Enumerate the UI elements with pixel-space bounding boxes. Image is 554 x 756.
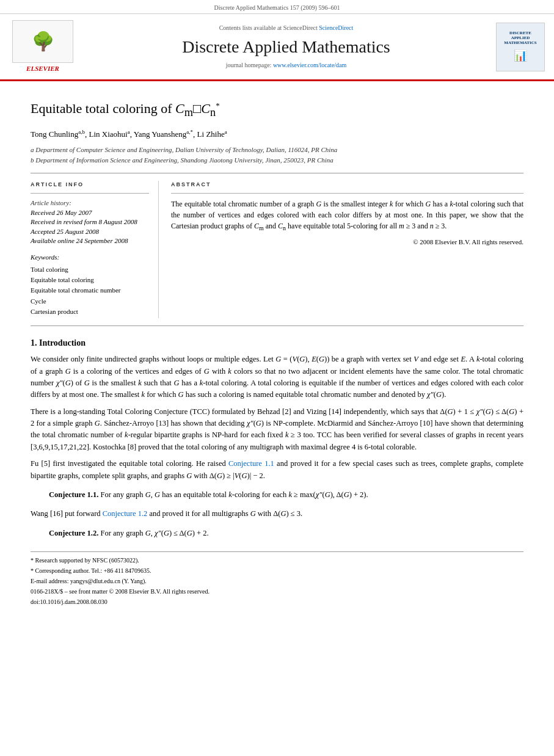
paper-title: Equitable total coloring of Cm□Cn* <box>31 100 523 121</box>
abstract-header: ABSTRACT <box>171 181 523 189</box>
footnote-section: * Research supported by NFSC (60573022).… <box>31 551 523 606</box>
copyright-text: © 2008 Elsevier B.V. All rights reserved… <box>171 237 523 247</box>
conjecture2-link[interactable]: Conjecture 1.2 <box>103 509 148 518</box>
divider-info <box>31 193 149 194</box>
conjecture-1: Conjecture 1.1. For any graph G, G has a… <box>49 489 523 501</box>
revised-date: Received in revised form 8 August 2008 <box>31 217 149 227</box>
footnote-issn: 0166-218X/$ – see front matter © 2008 El… <box>31 587 523 596</box>
conjecture-2: Conjecture 1.2. For any graph G, χ″(G) ≤… <box>49 528 523 539</box>
authors-line: Tong Chunlinga,b, Lin Xiaohuia, Yang Yua… <box>31 128 523 140</box>
introduction-header: 1. Introduction <box>31 337 523 349</box>
history-label: Article history: <box>31 198 149 208</box>
thumb-title: DISCRETE APPLIED MATHEMATICS <box>504 31 536 46</box>
conjecture1-label: Conjecture 1.1. <box>49 490 98 499</box>
online-date: Available online 24 September 2008 <box>31 236 149 245</box>
journal-thumbnail: DISCRETE APPLIED MATHEMATICS 📊 <box>496 23 545 71</box>
journal-title: Discrete Applied Mathematics <box>82 35 490 59</box>
kw-1: Total coloring <box>31 265 149 274</box>
kw-3: Equitable total chromatic number <box>31 286 149 295</box>
elsevier-logo-box: 🌳 <box>12 20 73 63</box>
journal-homepage-label: journal homepage: www.elsevier.com/locat… <box>82 61 490 70</box>
received-date: Received 26 May 2007 <box>31 208 149 217</box>
elsevier-tree-icon: 🌳 <box>32 29 54 54</box>
journal-top-label: Discrete Applied Mathematics 157 (2009) … <box>0 0 554 14</box>
affil-a: a Department of Computer Science and Eng… <box>31 145 523 154</box>
article-info-col: ARTICLE INFO Article history: Received 2… <box>31 181 159 318</box>
article-history: Article history: Received 26 May 2007 Re… <box>31 198 149 245</box>
divider-1 <box>31 173 523 173</box>
thumb-decoration: 📊 <box>514 48 527 64</box>
kw-5: Cartesian product <box>31 307 149 316</box>
article-info-header: ARTICLE INFO <box>31 181 149 189</box>
kw-4: Cycle <box>31 297 149 306</box>
intro-para2: There is a long-standing Total Coloring … <box>31 406 523 454</box>
investigated-word: investigated <box>68 459 104 468</box>
wang-text: Wang [16] put forward Conjecture 1.2 and… <box>31 508 523 520</box>
elsevier-brand-text: ELSEVIER <box>26 64 59 73</box>
keywords-label: Keywords: <box>31 253 149 262</box>
journal-header-center: Contents lists available at ScienceDirec… <box>82 24 490 70</box>
abstract-col: ABSTRACT The equitable total chromatic n… <box>171 181 523 318</box>
divider-abstract <box>171 193 523 194</box>
footnote-star1: * Research supported by NFSC (60573022). <box>31 556 523 565</box>
conjecture2-text: For any graph G, χ″(G) ≤ Δ(G) + 2. <box>100 529 208 537</box>
intro-para3: Fu [5] first investigated the equitable … <box>31 458 523 482</box>
footnote-star2: * Corresponding author. Tel.: +86 411 84… <box>31 566 523 575</box>
intro-para1: We consider only finite undirected graph… <box>31 354 523 401</box>
footnote-email: E-mail address: yangys@dlut.edu.cn (Y. Y… <box>31 576 523 586</box>
main-content: Equitable total coloring of Cm□Cn* Tong … <box>0 81 554 620</box>
journal-homepage-link[interactable]: www.elsevier.com/locate/dam <box>273 62 346 68</box>
abstract-text: The equitable total chromatic number of … <box>171 198 523 247</box>
affiliations: a Department of Computer Science and Eng… <box>31 145 523 165</box>
article-info-abstract: ARTICLE INFO Article history: Received 2… <box>31 181 523 318</box>
keywords-section: Keywords: Total coloring Equitable total… <box>31 253 149 316</box>
accepted-date: Accepted 25 August 2008 <box>31 227 149 236</box>
sciencedirect-label: Contents lists available at ScienceDirec… <box>82 24 490 32</box>
affil-b: b Department of Information Science and … <box>31 156 523 165</box>
elsevier-logo: 🌳 ELSEVIER <box>9 20 76 73</box>
conjecture2-label: Conjecture 1.2. <box>49 529 98 537</box>
conjecture1-link[interactable]: Conjecture 1.1 <box>228 459 274 468</box>
conjecture1-text: For any graph G, G has an equitable tota… <box>100 490 368 499</box>
kw-2: Equitable total coloring <box>31 275 149 285</box>
divider-2 <box>31 325 523 326</box>
journal-header-band: 🌳 ELSEVIER Contents lists available at S… <box>0 14 554 81</box>
footnote-doi: doi:10.1016/j.dam.2008.08.030 <box>31 597 523 606</box>
sciencedirect-link[interactable]: ScienceDirect <box>319 24 353 31</box>
